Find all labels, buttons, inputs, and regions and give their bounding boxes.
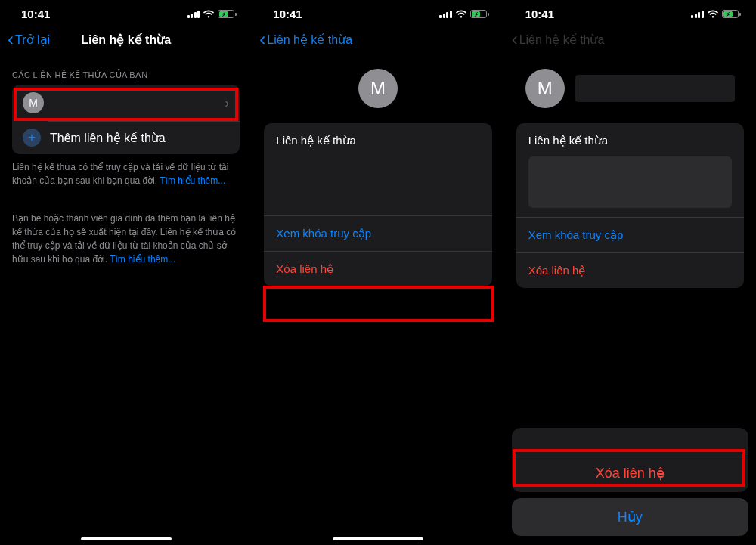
cellular-signal-icon [691, 11, 704, 18]
battery-icon: ⚡︎ [470, 10, 489, 18]
legacy-contact-row[interactable]: M › [12, 85, 240, 121]
home-indicator[interactable] [333, 537, 423, 540]
battery-icon: ⚡︎ [722, 10, 741, 18]
chevron-left-icon: ‹ [512, 30, 518, 48]
add-label: Thêm liên hệ kế thừa [50, 131, 166, 145]
contact-header: M [252, 55, 503, 123]
card-title: Liên hệ kế thừa [264, 123, 491, 147]
delete-contact-button[interactable]: Xóa liên hệ [264, 251, 491, 286]
status-bar: 10:41 ⚡︎ [252, 0, 503, 23]
screen-1-legacy-contacts-list: 10:41 ⚡︎ ‹ Trở lại Liên hệ kế thừa CÁC L… [0, 0, 252, 545]
legacy-contacts-section: CÁC LIÊN HỆ KẾ THỪA CỦA BẠN M › + Thêm l… [0, 70, 252, 266]
card-body-box [528, 156, 732, 208]
chevron-left-icon: ‹ [8, 30, 14, 48]
back-label: Trở lại [15, 33, 50, 47]
avatar: M [358, 69, 398, 108]
screen-2-contact-detail: 10:41 ⚡︎ ‹ Liên hệ kế thừa M Liên hệ kế … [252, 0, 503, 545]
detail-group: Liên hệ kế thừa Xem khóa truy cập Xóa li… [516, 123, 744, 288]
view-access-key-button[interactable]: Xem khóa truy cập [516, 217, 744, 252]
contact-header: M [504, 55, 756, 123]
learn-more-link[interactable]: Tìm hiểu thêm... [160, 175, 225, 186]
back-button[interactable]: ‹ Liên hệ kế thừa [259, 30, 352, 48]
status-icons: ⚡︎ [187, 10, 237, 19]
status-bar: 10:41 ⚡︎ [0, 0, 252, 23]
chevron-left-icon: ‹ [259, 30, 265, 48]
view-access-key-button[interactable]: Xem khóa truy cập [264, 215, 491, 251]
status-icons: ⚡︎ [691, 10, 741, 19]
action-sheet-cancel-button[interactable]: Hủy [512, 498, 748, 536]
screen-3-confirm-delete: 10:41 ⚡︎ ‹ Liên hệ kế thừa M Liên hệ kế … [504, 0, 756, 545]
status-time: 10:41 [273, 8, 302, 20]
avatar: M [525, 69, 565, 108]
status-bar: 10:41 ⚡︎ [504, 0, 756, 23]
card-body [264, 147, 491, 215]
action-sheet-delete-button[interactable]: Xóa liên hệ [512, 454, 748, 492]
add-legacy-contact-row[interactable]: + Thêm liên hệ kế thừa [12, 121, 240, 154]
back-label: Liên hệ kế thừa [519, 33, 605, 47]
wifi-icon [455, 10, 467, 19]
wifi-icon [203, 10, 215, 19]
delete-contact-button[interactable]: Xóa liên hệ [516, 252, 744, 288]
status-time: 10:41 [21, 8, 50, 20]
chevron-right-icon: › [225, 95, 229, 111]
battery-icon: ⚡︎ [218, 10, 237, 18]
back-button[interactable]: ‹ Trở lại [8, 30, 50, 48]
card-title: Liên hệ kế thừa [516, 123, 744, 152]
nav-bar: ‹ Trở lại Liên hệ kế thừa [0, 23, 252, 55]
back-button: ‹ Liên hệ kế thừa [512, 30, 605, 48]
section-header: CÁC LIÊN HỆ KẾ THỪA CỦA BẠN [0, 70, 252, 85]
learn-more-link[interactable]: Tìm hiểu thêm... [110, 254, 175, 265]
contact-name-redacted [575, 75, 735, 102]
back-label: Liên hệ kế thừa [267, 33, 352, 47]
plus-icon: + [23, 129, 41, 147]
page-title: Liên hệ kế thừa [81, 33, 171, 47]
action-sheet: Xóa liên hệ Hủy [512, 428, 748, 536]
cellular-signal-icon [439, 11, 452, 18]
wifi-icon [707, 10, 719, 19]
cell-group: M › + Thêm liên hệ kế thừa [12, 85, 240, 154]
status-icons: ⚡︎ [439, 10, 489, 19]
action-sheet-message [512, 428, 748, 454]
avatar: M [23, 92, 44, 113]
card-body-wrap [516, 156, 744, 217]
footer-text-2: Bạn bè hoặc thành viên gia đình đã thêm … [0, 206, 252, 266]
detail-group: Liên hệ kế thừa Xem khóa truy cập Xóa li… [264, 123, 491, 286]
action-sheet-group: Xóa liên hệ [512, 428, 748, 492]
cellular-signal-icon [187, 11, 200, 18]
nav-bar: ‹ Liên hệ kế thừa [252, 23, 503, 55]
footer-text-1: Liên hệ kế thừa có thể truy cập và tải v… [0, 154, 252, 187]
status-time: 10:41 [525, 8, 554, 20]
home-indicator[interactable] [81, 537, 172, 540]
nav-bar: ‹ Liên hệ kế thừa [504, 23, 756, 55]
